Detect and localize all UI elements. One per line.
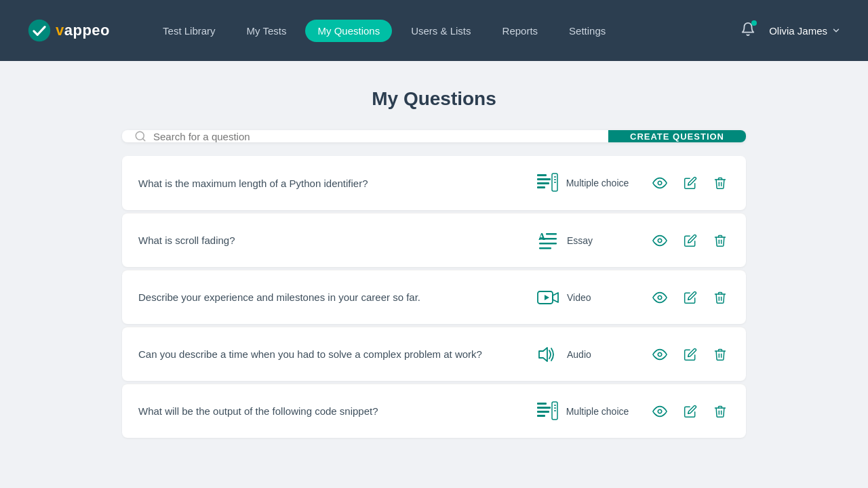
svg-text:A: A xyxy=(538,232,546,242)
trash-icon xyxy=(713,405,727,418)
question-type-label: Audio xyxy=(567,349,628,360)
view-button[interactable] xyxy=(650,230,670,251)
trash-icon xyxy=(713,291,727,304)
nav-links: Test Library My Tests My Questions Users… xyxy=(151,20,741,42)
table-row: Describe your experience and milestones … xyxy=(122,270,746,324)
search-input-wrap xyxy=(122,130,608,142)
question-type: A Essay xyxy=(514,228,650,253)
search-input[interactable] xyxy=(153,131,596,142)
question-text: What is the maximum length of a Python i… xyxy=(138,176,514,190)
question-actions xyxy=(650,287,730,308)
chevron-down-icon xyxy=(831,26,841,35)
eye-icon xyxy=(652,176,667,190)
svg-rect-4 xyxy=(537,178,551,180)
question-actions xyxy=(650,173,730,193)
logo-icon xyxy=(27,18,52,43)
edit-icon xyxy=(684,405,697,418)
question-text: Describe your experience and milestones … xyxy=(138,290,514,304)
view-button[interactable] xyxy=(650,344,670,365)
edit-icon xyxy=(684,234,697,247)
question-text: What will be the output of the following… xyxy=(138,404,514,418)
edit-button[interactable] xyxy=(681,345,700,364)
svg-point-21 xyxy=(658,296,662,300)
svg-point-0 xyxy=(28,20,50,41)
svg-rect-5 xyxy=(537,182,549,184)
question-text: What is scroll fading? xyxy=(138,233,514,247)
notification-bell[interactable] xyxy=(741,22,755,39)
svg-rect-3 xyxy=(537,174,547,176)
svg-rect-16 xyxy=(539,247,551,249)
question-type: Multiple choice xyxy=(514,399,650,424)
table-row: What is scroll fading? A Essay xyxy=(122,213,746,267)
edit-icon xyxy=(684,176,697,190)
svg-rect-26 xyxy=(537,411,549,413)
edit-icon xyxy=(684,291,697,304)
table-row: What will be the output of the following… xyxy=(122,384,746,438)
view-button[interactable] xyxy=(650,401,670,422)
question-actions xyxy=(650,230,730,251)
eye-icon xyxy=(652,290,667,305)
question-type-label: Multiple choice xyxy=(566,178,629,188)
svg-marker-22 xyxy=(539,348,547,361)
question-type: Multiple choice xyxy=(514,171,650,195)
delete-button[interactable] xyxy=(711,345,730,364)
logo-text: vappeo xyxy=(56,22,110,39)
multiple-choice-icon xyxy=(535,171,559,195)
edit-button[interactable] xyxy=(681,288,700,307)
question-type-label: Multiple choice xyxy=(566,406,629,417)
nav-item-users-lists[interactable]: Users & Lists xyxy=(399,20,483,42)
notification-dot xyxy=(751,20,757,26)
table-row: What is the maximum length of a Python i… xyxy=(122,156,746,210)
user-name: Olivia James xyxy=(769,25,827,37)
svg-point-23 xyxy=(658,352,662,357)
edit-icon xyxy=(684,348,697,361)
question-list: What is the maximum length of a Python i… xyxy=(122,156,746,438)
delete-button[interactable] xyxy=(711,174,730,192)
trash-icon xyxy=(713,234,727,247)
question-type: Audio xyxy=(514,342,650,367)
eye-icon xyxy=(652,347,667,362)
svg-rect-15 xyxy=(539,243,557,245)
trash-icon xyxy=(713,176,727,190)
nav-item-my-questions[interactable]: My Questions xyxy=(305,20,392,42)
audio-icon xyxy=(536,342,560,367)
search-row: CREATE QUESTION xyxy=(122,130,746,142)
svg-point-11 xyxy=(658,181,662,185)
question-actions xyxy=(650,344,730,365)
search-icon xyxy=(134,130,146,142)
video-icon xyxy=(536,285,560,310)
delete-button[interactable] xyxy=(711,288,730,307)
svg-rect-6 xyxy=(537,186,545,188)
nav-item-reports[interactable]: Reports xyxy=(490,20,551,42)
edit-button[interactable] xyxy=(681,402,700,421)
navbar: vappeo Test Library My Tests My Question… xyxy=(0,0,868,61)
svg-marker-20 xyxy=(545,295,549,300)
delete-button[interactable] xyxy=(711,231,730,250)
create-question-button[interactable]: CREATE QUESTION xyxy=(608,130,746,142)
question-text: Can you describe a time when you had to … xyxy=(138,347,514,361)
trash-icon xyxy=(713,348,727,361)
svg-rect-25 xyxy=(537,407,551,409)
question-type: Video xyxy=(514,285,650,310)
page-title: My Questions xyxy=(122,88,746,110)
view-button[interactable] xyxy=(650,173,670,193)
edit-button[interactable] xyxy=(681,174,700,192)
svg-point-17 xyxy=(658,239,662,243)
svg-point-32 xyxy=(658,409,662,413)
multiple-choice-icon xyxy=(535,399,559,424)
svg-rect-14 xyxy=(539,238,557,240)
edit-button[interactable] xyxy=(681,231,700,250)
nav-item-test-library[interactable]: Test Library xyxy=(151,20,228,42)
delete-button[interactable] xyxy=(711,402,730,421)
view-button[interactable] xyxy=(650,287,670,308)
table-row: Can you describe a time when you had to … xyxy=(122,327,746,381)
nav-item-my-tests[interactable]: My Tests xyxy=(235,20,299,42)
main-content: My Questions CREATE QUESTION What is the… xyxy=(108,61,760,465)
eye-icon xyxy=(652,404,667,419)
question-type-label: Video xyxy=(567,292,628,303)
svg-line-2 xyxy=(142,138,144,140)
user-menu[interactable]: Olivia James xyxy=(769,25,841,37)
nav-item-settings[interactable]: Settings xyxy=(557,20,618,42)
nav-right: Olivia James xyxy=(741,22,841,39)
logo[interactable]: vappeo xyxy=(27,18,110,43)
